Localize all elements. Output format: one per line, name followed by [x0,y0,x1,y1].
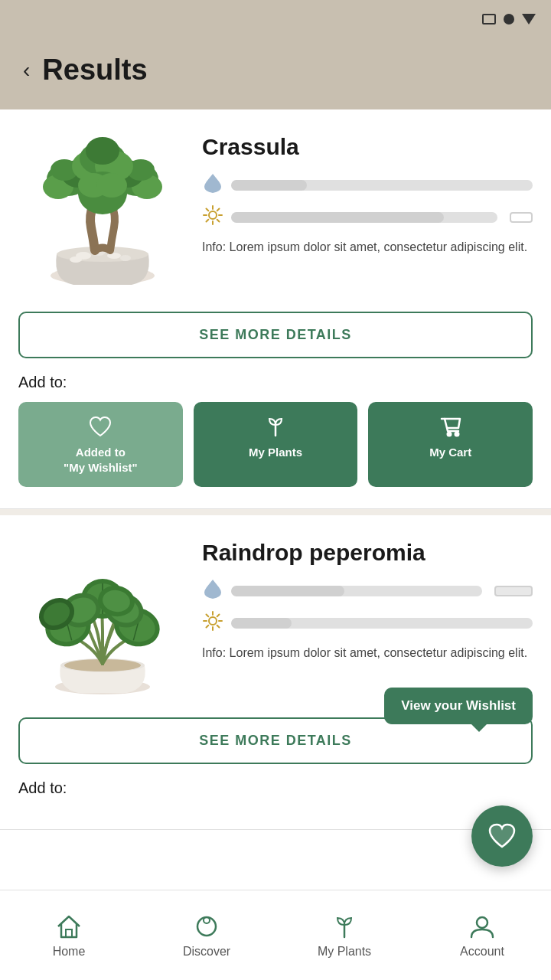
svg-line-58 [207,615,209,617]
svg-point-22 [209,211,217,219]
svg-point-32 [455,433,458,436]
status-icon-wifi [522,14,536,24]
plant-info-crassula: Crassula [202,128,533,256]
water-extra-raindrop [494,586,533,596]
nav-item-home[interactable]: Home [0,905,138,966]
nav-label-myplants: My Plants [318,945,371,959]
see-more-button-crassula[interactable]: SEE MORE DETAILS [18,312,533,358]
svg-point-65 [477,917,487,928]
plant-desc-crassula: Info: Lorem ipsum dolor sit amet, consec… [202,238,533,256]
back-button[interactable]: ‹ [23,58,30,83]
water-fill-crassula [231,180,307,191]
plant-name-raindrop: Raindrop peperomia [202,540,533,566]
water-row-crassula [202,172,533,198]
svg-point-5 [120,255,131,261]
svg-line-61 [207,626,209,628]
svg-line-30 [207,220,209,222]
add-to-label-raindrop: Add to: [18,779,533,797]
plant-desc-raindrop: Info: Lorem ipsum dolor sit amet, consec… [202,644,533,662]
water-icon-raindrop [202,578,223,603]
sun-row-crassula [202,205,533,229]
main-content: Crassula [0,109,551,922]
myplants-button-label-crassula: My Plants [249,445,302,460]
status-icon-square [482,14,496,24]
nav-label-account: Account [460,945,504,959]
heart-icon-fab [487,822,517,851]
home-icon [55,913,83,940]
water-progress-crassula [231,180,533,191]
nav-item-discover[interactable]: Discover [138,905,276,966]
svg-line-27 [207,209,209,211]
sun-icon-raindrop [202,611,223,635]
svg-line-28 [217,220,220,222]
plant-top-raindrop: Raindrop peperomia [18,534,533,702]
mycart-button-label-crassula: My Cart [429,445,471,460]
status-icon-circle [504,14,514,24]
nav-label-discover: Discover [183,945,230,959]
divider [0,509,551,515]
water-progress-raindrop [231,586,482,596]
add-to-label-crassula: Add to: [18,374,533,391]
nav-item-account[interactable]: Account [413,905,551,966]
status-bar [0,0,551,38]
plant-card-raindrop: Raindrop peperomia [0,515,551,830]
sun-progress-crassula [231,212,497,223]
sun-row-raindrop [202,611,533,635]
see-more-button-raindrop[interactable]: SEE MORE DETAILS [18,717,533,764]
plant-top-crassula: Crassula [18,128,533,296]
wishlist-tooltip[interactable]: View your Wishlist [384,688,533,724]
svg-line-59 [217,626,220,628]
add-wishlist-button-crassula[interactable]: Added to"My Wishlist" [18,402,183,487]
bottom-nav: Home Discover My Plants Account [0,890,551,980]
page-title: Results [42,54,147,87]
add-mycart-button-crassula[interactable]: My Cart [368,402,533,487]
add-myplants-button-crassula[interactable]: My Plants [194,402,358,487]
sun-icon-crassula [202,205,223,229]
add-buttons-crassula: Added to"My Wishlist" My Plants [18,402,533,487]
plant-image-raindrop [18,534,187,702]
svg-point-31 [447,433,451,436]
svg-point-18 [86,137,119,165]
header: ‹ Results [0,38,551,109]
plant-image-crassula [18,128,187,296]
plant-card-crassula: Crassula [0,109,551,509]
svg-point-21 [96,173,127,198]
sun-fill-crassula [231,212,444,223]
account-icon [468,913,496,940]
sun-extra-crassula [510,212,533,223]
svg-rect-62 [66,929,72,937]
plant-name-crassula: Crassula [202,134,533,160]
nav-label-home: Home [53,945,86,959]
myplants-nav-icon [331,913,358,940]
svg-point-53 [209,617,217,625]
plant-icon-myplants [263,414,288,439]
wishlist-button-label-crassula: Added to"My Wishlist" [64,445,138,475]
svg-point-63 [197,917,216,936]
nav-item-myplants[interactable]: My Plants [276,905,413,966]
svg-line-60 [217,615,220,617]
water-icon-crassula [202,172,223,198]
svg-point-6 [70,256,82,263]
water-row-raindrop [202,578,533,603]
svg-line-29 [217,209,220,211]
cart-icon-mycart [439,414,463,439]
wishlist-fab-button[interactable] [471,805,533,867]
discover-icon [193,913,220,940]
heart-icon-wishlist [88,414,112,439]
sun-fill-raindrop [231,618,292,629]
plant-info-raindrop: Raindrop peperomia [202,534,533,662]
sun-progress-raindrop [231,618,533,629]
water-fill-raindrop [231,586,344,596]
